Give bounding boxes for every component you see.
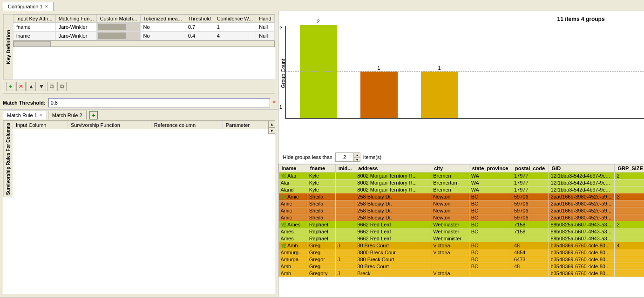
configuration-tab[interactable]: Configuration 1 ✕	[3, 2, 54, 11]
tab-close-icon[interactable]: ✕	[45, 4, 48, 9]
cell-grpsize	[615, 179, 644, 186]
cell-lname: Amic	[278, 200, 307, 207]
cell-lname: Alarid	[278, 186, 307, 193]
y-axis-label: Group Count	[280, 59, 286, 88]
cell-address: 258 Bluejay Dr.	[355, 214, 431, 221]
col-header-grpsize[interactable]: GRP_SIZE	[615, 165, 644, 172]
table-row[interactable]: Alar Kyle 8002 Morgan Territory R... Bre…	[278, 179, 644, 186]
table-row[interactable]: Ames Raphael 9662 Red Leaf Webmaster BC …	[278, 228, 644, 235]
key-def-content: Input Key Attri... Matching Fun... Custo…	[13, 14, 275, 47]
spinner-down-button[interactable]: ▼	[354, 157, 360, 162]
cell-postal: 17977	[512, 172, 549, 179]
cell-mid	[335, 193, 355, 200]
hide-groups-label: Hide groups less than	[283, 154, 332, 160]
cell-state: BC	[469, 256, 512, 263]
cell-mid	[335, 235, 355, 242]
cell-grpsize	[615, 235, 644, 242]
table-row[interactable]: Amurga Gregor J. 380 Breck Court BC 6473…	[278, 256, 644, 263]
cell-city: Newton	[431, 193, 469, 200]
table-row[interactable]: Amburg... Greg 3800 Breck Cour Victoria …	[278, 249, 644, 256]
cell-mid	[335, 214, 355, 221]
table-row[interactable]: Ames Raphael 9662 Red Leaf Webminister 8…	[278, 235, 644, 242]
table-row[interactable]: Alarid Kyle 8002 Morgan Territory R... B…	[278, 186, 644, 193]
col-header-lname[interactable]: lname	[278, 165, 307, 172]
key-row-1[interactable]: fname Jaro-Winkler No 0.7 1 Null	[14, 23, 275, 32]
cell-address: Breck	[355, 270, 431, 277]
cell-address: 9662 Red Leaf	[355, 235, 431, 242]
cell-grpsize	[615, 228, 644, 235]
add-match-rule-button[interactable]: +	[89, 111, 98, 119]
cell-address: 30 Brec Court	[355, 263, 431, 270]
cell-postal: 7158	[512, 228, 549, 235]
hide-groups-row: Hide groups less than ▲ ▼ items(s)	[278, 151, 644, 164]
cell-fname: Greg	[307, 249, 335, 256]
table-row[interactable]: 🌿 Amb Greg J. 30 Brec Court Victoria BC …	[278, 242, 644, 249]
cell-state: WA	[469, 179, 512, 186]
table-row[interactable]: 🌿 Alar Kyle 8002 Morgan Territory R... B…	[278, 172, 644, 179]
table-row[interactable]: Amb Gregory J. Breck Victoria b3548369-6…	[278, 270, 644, 277]
cell-address: 30 Brec Court	[355, 242, 431, 249]
data-table-container[interactable]: lname fname mid... address city state_pr…	[278, 164, 644, 297]
cell-state: BC	[469, 263, 512, 270]
cell-city: Bremerton	[431, 179, 469, 186]
hide-groups-suffix: items(s)	[363, 154, 381, 160]
key-col-hand: Hand	[256, 15, 274, 23]
match-rule-tab-2[interactable]: Match Rule 2	[48, 111, 87, 119]
bar-3	[421, 72, 458, 118]
cell-state: BC	[469, 214, 512, 221]
surv-col-ref: Reference column	[151, 121, 223, 129]
cell-postal: 59706	[512, 214, 549, 221]
col-header-mid[interactable]: mid...	[335, 165, 355, 172]
table-row[interactable]: 🌿 Ames Raphael 9662 Red Leaf Webmaster B…	[278, 221, 644, 228]
match-rule-tab-1[interactable]: Match Rule 1 ✕	[3, 111, 47, 119]
table-row[interactable]: Amic Sheila 258 Bluejay Dr. Newton BC 59…	[278, 214, 644, 221]
scrollbar-thumb[interactable]	[14, 41, 51, 47]
cell-gid: 2aa0166b-3980-452e-a9...	[549, 214, 615, 221]
col-header-state[interactable]: state_province	[469, 165, 512, 172]
spinner-wrap: ▲ ▼	[335, 152, 360, 162]
table-row[interactable]: 🌿 Amic Sheila 258 Bluejay Dr. Newton BC …	[278, 193, 644, 200]
paste-button[interactable]: ⧉	[57, 82, 67, 91]
add-key-button[interactable]: +	[6, 82, 15, 91]
hide-groups-input[interactable]	[335, 152, 354, 162]
scroll-down-button[interactable]: ▼	[269, 127, 275, 134]
move-down-button[interactable]: ▼	[37, 82, 46, 91]
cell-grpsize	[615, 214, 644, 221]
col-header-city[interactable]: city	[431, 165, 469, 172]
cell-grpsize	[615, 270, 644, 277]
cell-fname: Greg	[307, 242, 335, 249]
col-header-fname[interactable]: fname	[307, 165, 335, 172]
cell-state: BC	[469, 242, 512, 249]
cell-fname: Raphael	[307, 221, 335, 228]
cell-mid	[335, 186, 355, 193]
right-panel: 11 items 4 groups 2 1 2	[278, 11, 644, 297]
col-header-gid[interactable]: GID	[549, 165, 615, 172]
cell-postal	[512, 270, 549, 277]
threshold-input[interactable]	[48, 98, 271, 107]
key-table: Input Key Attri... Matching Fun... Custo…	[13, 14, 275, 40]
match-rule-1-close[interactable]: ✕	[39, 113, 43, 118]
table-row[interactable]: Amic Sheila 258 Bluejay Dr. Newton BC 59…	[278, 207, 644, 214]
spinner-up-button[interactable]: ▲	[354, 152, 360, 157]
table-row[interactable]: Amb Greg 30 Brec Court BC 48 b3548369-67…	[278, 263, 644, 270]
cell-mid: J.	[335, 256, 355, 263]
cell-grpsize	[615, 249, 644, 256]
bar-1	[300, 25, 337, 118]
delete-key-button[interactable]: ✕	[16, 82, 26, 91]
cell-lname: Ames	[278, 228, 307, 235]
key-func-1: Jaro-Winkler	[55, 23, 97, 32]
key-conf-2: 4	[214, 32, 256, 40]
key-table-scrollbar[interactable]	[13, 40, 275, 47]
key-def-header: Key Definition Input Key Attri... Matchi…	[3, 14, 275, 79]
cell-city: Victoria	[431, 242, 469, 249]
surv-scrollbar-v[interactable]: ▲ ▼	[268, 121, 275, 134]
move-up-button[interactable]: ▲	[27, 82, 36, 91]
col-header-address[interactable]: address	[355, 165, 431, 172]
table-row[interactable]: Amic Sheila 258 Bluejay Dr. Newton BC 59…	[278, 200, 644, 207]
copy-button[interactable]: ⧉	[47, 82, 56, 91]
cell-gid: 2aa0166b-3980-452e-a9...	[549, 200, 615, 207]
cell-fname: Raphael	[307, 235, 335, 242]
scroll-up-button[interactable]: ▲	[269, 121, 275, 127]
key-row-2[interactable]: lname Jaro-Winkler No 0.4 4 Null	[14, 32, 275, 40]
col-header-postal[interactable]: postal_code	[512, 165, 549, 172]
